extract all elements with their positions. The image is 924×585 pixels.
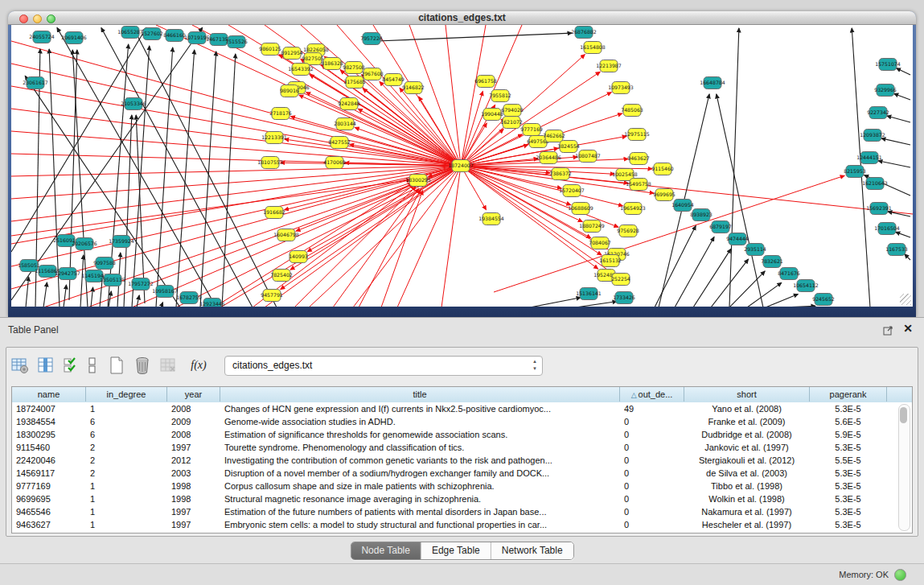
- delete-icon[interactable]: [132, 355, 153, 376]
- graph-node[interactable]: 6879197: [709, 221, 732, 233]
- graph-node[interactable]: 1621072: [500, 117, 523, 129]
- cell-year[interactable]: 2008: [171, 402, 220, 415]
- graph-node[interactable]: 9227342: [867, 107, 889, 119]
- close-panel-icon[interactable]: ✕: [903, 322, 913, 335]
- cell-name[interactable]: 9115460: [16, 441, 85, 454]
- cell-in_degree[interactable]: 2: [90, 467, 166, 480]
- table-row[interactable]: 1872400712008Changes of HCN gene express…: [12, 402, 912, 415]
- table-row[interactable]: 1830029562008Estimation of significance …: [12, 428, 912, 441]
- cell-in_degree[interactable]: 1: [90, 518, 166, 531]
- resize-grip-icon[interactable]: [900, 294, 911, 305]
- graph-node[interactable]: 8454749: [382, 74, 405, 86]
- tab-network-table[interactable]: Network Table: [491, 542, 573, 559]
- graph-node[interactable]: 2803144: [334, 118, 356, 130]
- graph-node[interactable]: 8186328: [321, 58, 343, 70]
- cell-title[interactable]: Disruption of a novel member of a sodium…: [224, 467, 619, 480]
- compact-view-icon[interactable]: [82, 355, 103, 376]
- graph-node[interactable]: 10655287: [117, 27, 143, 39]
- graph-node[interactable]: 989016: [280, 85, 299, 97]
- graph-node[interactable]: 140993: [289, 251, 308, 263]
- graph-node[interactable]: 12213391: [261, 132, 287, 144]
- cell-name[interactable]: 9699695: [16, 492, 85, 505]
- graph-node[interactable]: 9463627: [627, 153, 650, 165]
- graph-node[interactable]: 6794028: [501, 105, 524, 117]
- graph-node[interactable]: 24055724: [29, 31, 55, 43]
- cell-title[interactable]: Tourette syndrome. Phenomenology and cla…: [224, 441, 619, 454]
- graph-node[interactable]: 8938923: [690, 209, 713, 221]
- tab-edge-table[interactable]: Edge Table: [421, 542, 491, 559]
- graph-node[interactable]: 9329966: [874, 84, 897, 97]
- cell-name[interactable]: 22420046: [16, 454, 85, 467]
- cell-in_degree[interactable]: 2: [90, 441, 166, 454]
- graph-node[interactable]: 8471676: [778, 268, 800, 280]
- graph-node[interactable]: 3175685: [343, 76, 366, 89]
- column-header-title[interactable]: title: [220, 387, 620, 402]
- window-titlebar[interactable]: citations_edges.txt: [8, 11, 916, 25]
- import-table-icon[interactable]: [158, 355, 179, 376]
- graph-node[interactable]: 12975115: [624, 129, 650, 141]
- graph-node[interactable]: 17957272: [128, 278, 154, 290]
- cell-short[interactable]: de Silva et al. (2003): [684, 467, 809, 480]
- cell-title[interactable]: Estimation of significance thresholds fo…: [224, 428, 619, 441]
- cell-title[interactable]: Estimation of the future numbers of pati…: [224, 505, 619, 518]
- cell-out_degree[interactable]: 0: [624, 441, 684, 454]
- graph-node[interactable]: 9146822: [402, 82, 425, 94]
- network-canvas[interactable]: 2405572420691406106552871527602846616010…: [11, 25, 913, 307]
- graph-node[interactable]: 9242848: [338, 98, 360, 110]
- cell-title[interactable]: Corpus callosum shape and size in male p…: [224, 480, 619, 492]
- graph-node[interactable]: 7955812: [489, 90, 511, 102]
- function-builder-icon[interactable]: f(x): [188, 355, 209, 376]
- cell-title[interactable]: Structural magnetic resonance image aver…: [224, 492, 619, 505]
- graph-node[interactable]: 8912954: [281, 47, 303, 60]
- graph-node[interactable]: 1916682: [263, 207, 285, 219]
- graph-node[interactable]: 16210643: [862, 178, 888, 190]
- graph-node[interactable]: 18807249: [579, 220, 605, 233]
- graph-node[interactable]: 2967608: [361, 68, 384, 80]
- new-table-icon[interactable]: [106, 355, 127, 376]
- table-row[interactable]: 946362711997Embryonic stem cells: a mode…: [12, 518, 912, 531]
- cell-name[interactable]: 14569117: [16, 467, 85, 480]
- graph-node[interactable]: 16782759: [176, 292, 202, 304]
- cell-title[interactable]: Changes of HCN gene expression and I(f) …: [224, 402, 619, 415]
- cell-short[interactable]: Stergiakouli et al. (2012): [684, 454, 809, 467]
- cell-pagerank[interactable]: 5.6E-5: [810, 415, 886, 428]
- table-row[interactable]: 911546021997Tourette syndrome. Phenomeno…: [12, 441, 912, 454]
- graph-node[interactable]: 12093872: [860, 130, 885, 142]
- table-selector-dropdown[interactable]: citations_edges.txt ▲▼: [224, 356, 543, 376]
- float-panel-icon[interactable]: [883, 324, 893, 335]
- graph-node[interactable]: 7084067: [589, 237, 611, 249]
- cell-short[interactable]: Wolkin et al. (1998): [684, 492, 809, 505]
- graph-node[interactable]: 3824554: [557, 141, 580, 153]
- graph-node[interactable]: 10973493: [608, 82, 634, 94]
- cell-in_degree[interactable]: 6: [90, 428, 166, 441]
- graph-node[interactable]: 252254: [611, 274, 630, 286]
- graph-node[interactable]: 9860125: [259, 43, 281, 56]
- cell-title[interactable]: Investigating the contribution of common…: [224, 454, 619, 467]
- cell-short[interactable]: Nakamura et al. (1997): [684, 505, 809, 518]
- cell-pagerank[interactable]: 5.3E-5: [810, 492, 886, 505]
- cell-short[interactable]: Franke et al. (2009): [684, 415, 809, 428]
- graph-node[interactable]: 8215953: [844, 166, 866, 178]
- graph-node[interactable]: 9699695: [653, 189, 676, 201]
- graph-node[interactable]: 9474444: [726, 233, 749, 245]
- graph-node[interactable]: 16154808: [580, 42, 606, 54]
- cell-pagerank[interactable]: 5.3E-5: [810, 505, 886, 518]
- cell-in_degree[interactable]: 2: [90, 454, 166, 467]
- graph-node[interactable]: 9457791: [261, 290, 283, 302]
- cell-year[interactable]: 2003: [171, 467, 220, 480]
- table-row[interactable]: 1456911722003Disruption of a novel membe…: [12, 467, 912, 480]
- cell-in_degree[interactable]: 1: [90, 492, 166, 505]
- graph-node[interactable]: 8466160: [163, 30, 186, 42]
- cell-out_degree[interactable]: 49: [624, 402, 684, 415]
- table-row[interactable]: 2242004622012Investigating the contribut…: [12, 454, 912, 467]
- graph-node[interactable]: 7832621: [761, 256, 783, 268]
- cell-pagerank[interactable]: 5.3E-5: [810, 441, 886, 454]
- cell-year[interactable]: 1997: [171, 441, 220, 454]
- cell-out_degree[interactable]: 0: [624, 467, 684, 480]
- graph-node[interactable]: 4170069: [323, 157, 346, 169]
- cell-out_degree[interactable]: 0: [624, 454, 684, 467]
- graph-node[interactable]: 18107553: [257, 157, 283, 169]
- graph-node[interactable]: 10688609: [568, 203, 593, 215]
- graph-node[interactable]: 6961758: [474, 76, 497, 88]
- table-row[interactable]: 1938455462009Genome-wide association stu…: [12, 415, 912, 428]
